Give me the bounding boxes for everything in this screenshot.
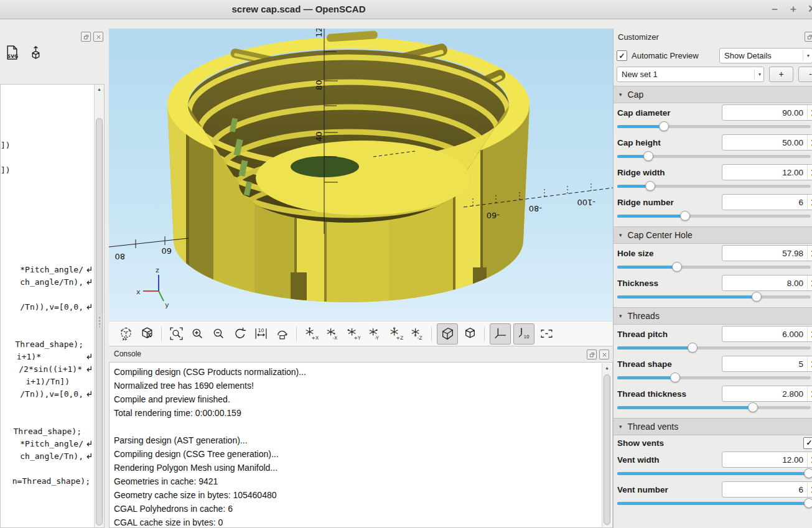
editor-code-line[interactable] bbox=[1, 463, 95, 475]
editor-code-line[interactable]: Thread_shape); bbox=[1, 338, 95, 351]
param-spinbox[interactable]: 90.00 ▴▾ bbox=[722, 104, 812, 121]
view-minus-y-button[interactable]: -Y bbox=[365, 325, 384, 343]
param-spinbox[interactable]: 6.000 ▴▾ bbox=[722, 326, 812, 342]
view-plus-x-button[interactable]: +X bbox=[302, 325, 320, 343]
editor-code-line[interactable]: /Tn)),v=[0,0, bbox=[1, 388, 95, 401]
maximize-button[interactable]: + bbox=[784, 0, 803, 19]
editor-code-line[interactable]: *Pitch_angle/ bbox=[1, 438, 95, 450]
spin-arrows[interactable]: ▴▾ bbox=[807, 135, 812, 150]
editor-code-line[interactable]: ch_angle/Tn), bbox=[1, 450, 95, 463]
zoom-in-button[interactable] bbox=[188, 325, 207, 343]
param-spinbox[interactable]: 6 ▴▾ bbox=[722, 194, 812, 210]
editor-code-line[interactable] bbox=[1, 289, 95, 301]
section-header-threads[interactable]: ▾ Threads bbox=[614, 307, 812, 325]
editor-code-line[interactable] bbox=[1, 239, 95, 251]
console-scrollbar[interactable]: ▲ bbox=[602, 363, 612, 527]
slider-handle[interactable] bbox=[804, 498, 812, 508]
param-slider[interactable] bbox=[617, 468, 811, 479]
param-slider[interactable] bbox=[617, 291, 811, 302]
spin-arrows[interactable]: ▴▾ bbox=[807, 165, 812, 180]
param-slider[interactable] bbox=[617, 372, 811, 383]
section-header-cap[interactable]: ▾ Cap bbox=[614, 86, 812, 103]
param-spinbox[interactable]: 6 ▴▾ bbox=[722, 481, 812, 498]
show-axes-button[interactable] bbox=[490, 323, 511, 345]
preset-add-button[interactable]: + bbox=[769, 67, 793, 82]
slider-handle[interactable] bbox=[645, 181, 655, 191]
section-header-cap-center-hole[interactable]: ▾ Cap Center Hole bbox=[614, 226, 812, 244]
scroll-up-button[interactable]: ▲ bbox=[602, 363, 612, 372]
editor-code-line[interactable] bbox=[1, 214, 95, 226]
zoom-out-button[interactable] bbox=[209, 325, 228, 343]
spin-arrows[interactable]: ▴▾ bbox=[807, 482, 812, 497]
section-header-thread-vents[interactable]: ▾ Thread vents bbox=[614, 418, 812, 435]
editor-float-button[interactable] bbox=[81, 32, 91, 42]
reset-view-button[interactable] bbox=[230, 325, 249, 343]
param-spinbox[interactable]: 2.800 ▴▾ bbox=[722, 386, 812, 402]
perspective-button[interactable] bbox=[437, 323, 458, 345]
editor-code-line[interactable] bbox=[1, 313, 95, 326]
editor-code-line[interactable]: /Tn)),v=[0,0, bbox=[1, 301, 95, 313]
measure-distance-button[interactable]: 10 bbox=[251, 325, 270, 343]
spin-arrows[interactable]: ▴▾ bbox=[807, 105, 812, 120]
param-spinbox[interactable]: 57.98 ▴▾ bbox=[722, 245, 812, 261]
automatic-preview-checkbox[interactable]: ✓ bbox=[617, 50, 627, 61]
editor-code-line[interactable] bbox=[1, 201, 95, 214]
preset-select[interactable]: New set 1 ▾ bbox=[617, 67, 764, 82]
spin-arrows[interactable]: ▴▾ bbox=[807, 356, 812, 371]
editor-scrollbar-thumb[interactable] bbox=[96, 118, 103, 526]
spin-arrows[interactable]: ▴▾ bbox=[807, 246, 812, 261]
viewport-3d[interactable]: 120 80 40 80 60 -60 -80 -100 x z y bbox=[109, 29, 613, 321]
param-slider[interactable] bbox=[617, 498, 811, 509]
rotate-view-button[interactable] bbox=[273, 325, 291, 343]
param-spinbox[interactable]: 12.00 ▴▾ bbox=[722, 452, 812, 468]
editor-scrollbar[interactable]: ▲ bbox=[94, 85, 104, 527]
editor-code-line[interactable]: ch_angle/Tn), bbox=[1, 276, 95, 289]
param-spinbox[interactable]: 12.00 ▴▾ bbox=[722, 164, 812, 180]
show-details-select[interactable]: Show Details ▾ bbox=[719, 48, 812, 63]
render-button[interactable] bbox=[138, 325, 156, 343]
slider-handle[interactable] bbox=[688, 343, 698, 353]
view-minus-z-button[interactable]: -Z bbox=[408, 325, 426, 343]
preview-button[interactable] bbox=[116, 325, 135, 343]
editor-code-line[interactable]: *Pitch_angle/ bbox=[1, 264, 95, 276]
preset-remove-button[interactable]: - bbox=[798, 67, 812, 82]
scene-canvas[interactable]: 120 80 40 80 60 -60 -80 -100 x z y bbox=[109, 29, 613, 321]
param-slider[interactable] bbox=[617, 402, 811, 413]
param-slider[interactable] bbox=[617, 342, 811, 353]
customizer-float-button[interactable] bbox=[805, 32, 812, 42]
slider-handle[interactable] bbox=[680, 211, 690, 221]
spin-arrows[interactable]: ▴▾ bbox=[807, 386, 812, 401]
show-vents-checkbox[interactable]: ✓ bbox=[803, 437, 812, 449]
editor-code-line[interactable]: /2*sin((i+1)* bbox=[1, 363, 95, 376]
slider-handle[interactable] bbox=[659, 121, 669, 131]
view-minus-x-button[interactable]: -X bbox=[323, 325, 342, 343]
param-slider[interactable] bbox=[617, 210, 811, 221]
editor-code-line[interactable] bbox=[1, 226, 95, 239]
minimize-button[interactable]: – bbox=[765, 0, 784, 19]
console-float-button[interactable] bbox=[587, 350, 597, 359]
spin-arrows[interactable]: ▴▾ bbox=[807, 195, 812, 210]
param-slider[interactable] bbox=[617, 121, 811, 132]
editor-code-line[interactable]: Thread_shape); bbox=[1, 425, 95, 438]
console-scrollbar-thumb[interactable] bbox=[604, 374, 610, 525]
editor-code-line[interactable] bbox=[1, 189, 95, 201]
editor-code-area[interactable]: ]) ]) bbox=[0, 84, 105, 528]
zoom-all-button[interactable] bbox=[167, 325, 185, 343]
editor-code-line[interactable] bbox=[1, 413, 95, 425]
editor-code-line[interactable]: ]) bbox=[1, 164, 95, 177]
editor-code-line[interactable] bbox=[1, 152, 95, 164]
slider-handle[interactable] bbox=[804, 468, 812, 478]
spin-arrows[interactable]: ▴▾ bbox=[807, 452, 812, 467]
param-spinbox[interactable]: 5 ▴▾ bbox=[722, 356, 812, 372]
slider-handle[interactable] bbox=[752, 292, 762, 302]
show-scale-markers-button[interactable]: 10 bbox=[513, 323, 534, 345]
param-spinbox[interactable]: 8.00 ▴▾ bbox=[722, 275, 812, 291]
param-slider[interactable] bbox=[617, 180, 811, 192]
slider-handle[interactable] bbox=[672, 262, 682, 272]
slider-handle[interactable] bbox=[670, 373, 680, 382]
editor-code-line[interactable]: i+1)/Tn]) bbox=[1, 376, 95, 388]
editor-lines[interactable]: ]) ]) bbox=[1, 85, 95, 527]
view-all-button[interactable] bbox=[537, 325, 556, 343]
view-plus-y-button[interactable]: +Y bbox=[344, 325, 363, 343]
param-slider[interactable] bbox=[617, 261, 811, 272]
